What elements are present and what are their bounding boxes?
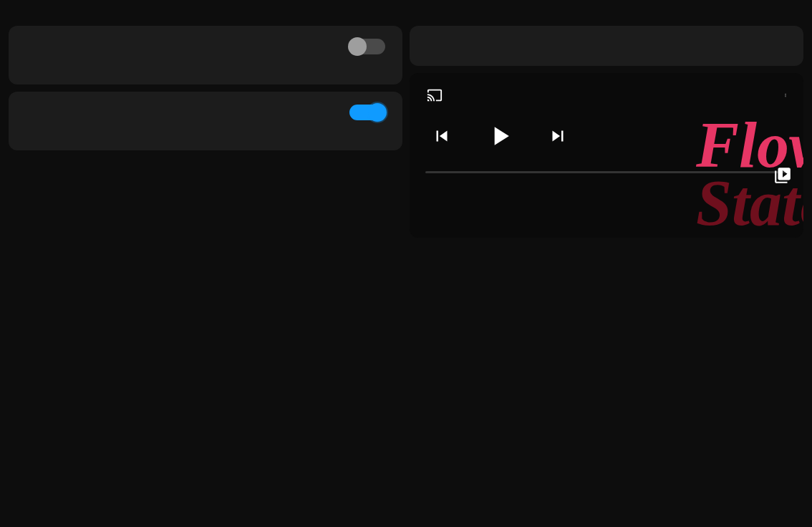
- livingroom-master-toggle[interactable]: [349, 105, 385, 120]
- media-player-card: FlowState: [410, 73, 803, 238]
- bedroom-master-toggle[interactable]: [349, 39, 385, 54]
- media-progress[interactable]: [425, 171, 788, 173]
- card-bedroom: [9, 26, 402, 84]
- svg-point-1: [786, 95, 786, 96]
- media-play-button[interactable]: [484, 120, 516, 154]
- svg-point-2: [786, 96, 786, 97]
- cast-icon[interactable]: [425, 87, 444, 106]
- media-next-button[interactable]: [547, 125, 569, 149]
- card-kitchen: [410, 26, 803, 66]
- media-queue-icon[interactable]: [773, 166, 792, 188]
- media-menu-icon[interactable]: [783, 87, 788, 106]
- svg-point-0: [786, 94, 786, 95]
- media-prev-button[interactable]: [431, 125, 453, 149]
- card-livingroom: [9, 92, 402, 150]
